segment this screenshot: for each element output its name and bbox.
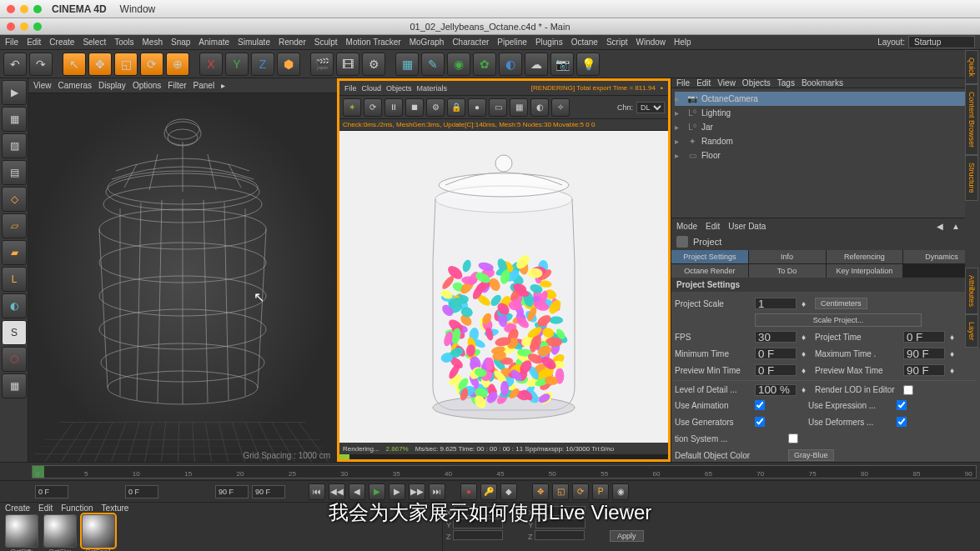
generator-btn[interactable]: ✿ [473,53,496,76]
check-use-expression----[interactable] [897,400,907,410]
start-frame-field[interactable] [35,485,68,498]
field-minimum-time[interactable] [755,348,797,359]
clay-btn[interactable]: ◐ [530,98,549,117]
model-mode-btn[interactable]: ▦ [2,107,27,132]
object-random[interactable]: ▸✦Random [675,134,977,148]
menu-motion-tracker[interactable]: Motion Tracker [346,38,401,47]
frame-btn[interactable]: ▭ [489,98,507,117]
obj-menu-file[interactable]: File [676,78,690,88]
scale-key-btn[interactable]: ◱ [552,483,569,500]
last-tool[interactable]: ⊕ [166,53,189,76]
render-start-btn[interactable]: ✶ [343,98,361,117]
materials-menu-create[interactable]: Create [5,503,30,513]
record-btn[interactable]: ● [460,483,477,500]
autokey-btn[interactable]: 🔑 [480,483,497,500]
menu-simulate[interactable]: Simulate [238,38,270,47]
mac-menu-window[interactable]: Window [120,3,156,15]
check-use-generators[interactable] [755,417,765,427]
pos-key-btn[interactable]: ✥ [532,483,549,500]
viewport-menu-filter[interactable]: Filter [168,81,186,90]
mac-window-controls[interactable] [7,5,42,13]
doc-min-btn[interactable] [20,23,28,31]
nurbs-btn[interactable]: ◉ [447,53,470,76]
obj-menu-bookmarks[interactable]: Bookmarks [802,78,843,88]
materials-menu-function[interactable]: Function [61,503,93,513]
goto-start-btn[interactable]: ⏮ [309,483,325,500]
field-preview-max-time[interactable] [903,364,945,376]
render-lod-checkbox[interactable] [903,385,913,395]
menu-pipeline[interactable]: Pipeline [497,38,527,47]
obj-menu-tags[interactable]: Tags [777,78,795,88]
menu-help[interactable]: Help [674,38,691,47]
viewport-menu-display[interactable]: Display [98,81,126,90]
check-use-deformers----[interactable] [897,417,907,427]
motion-system-checkbox[interactable] [788,433,798,443]
menu-select[interactable]: Select [83,38,106,47]
coord-btn[interactable]: ⬢ [277,53,300,76]
workplane-btn[interactable]: ▤ [2,160,27,185]
select-tool[interactable]: ↖ [63,53,86,76]
default-color-value[interactable]: Gray-Blue [788,449,834,461]
redo-btn[interactable]: ↷ [29,53,53,76]
move-tool[interactable]: ✥ [88,53,112,76]
size-z-field[interactable] [535,530,585,540]
param-key-btn[interactable]: P [592,483,609,500]
materials-menu-edit[interactable]: Edit [38,503,53,513]
y-axis-btn[interactable]: Y [225,53,249,76]
menu-edit[interactable]: Edit [27,38,41,47]
settings-btn[interactable]: ⚙ [426,98,445,117]
poly-mode-btn[interactable]: ▰ [2,240,27,265]
lock-btn[interactable]: 🔒 [447,98,465,117]
menu-character[interactable]: Character [452,38,489,47]
point-mode-btn[interactable]: ◇ [2,187,27,212]
layer-tab[interactable]: Layer [965,314,978,348]
project-scale-field[interactable] [755,298,797,309]
axis-btn[interactable]: L [2,267,27,292]
apply-btn[interactable]: Apply [610,530,644,542]
attr-menu-edit[interactable]: Edit [706,222,720,231]
menu-sculpt[interactable]: Sculpt [314,38,338,47]
light-btn[interactable]: 💡 [576,53,600,76]
attr-tab-to-do[interactable]: To Do [749,264,826,278]
field-preview-min-time[interactable] [755,364,797,376]
edge-mode-btn[interactable]: ▱ [2,213,27,238]
doc-close-btn[interactable] [7,23,15,31]
lod-field[interactable] [755,384,797,396]
goto-end-btn[interactable]: ⏭ [429,483,445,500]
material-octgloı[interactable] [43,514,77,548]
menu-render[interactable]: Render [279,38,306,47]
menu-script[interactable]: Script [606,38,628,47]
cube-primitive-btn[interactable]: ▦ [395,53,419,76]
menu-create[interactable]: Create [49,38,74,47]
minimize-window-btn[interactable] [20,5,28,13]
snap-btn[interactable]: S [2,320,27,345]
menu-window[interactable]: Window [636,38,666,47]
focus-btn[interactable]: ✧ [551,98,570,117]
play-fwd-btn[interactable]: ▶ [369,483,385,500]
object-lighting[interactable]: ▸L⁰Lighting [675,106,977,120]
menu-mograph[interactable]: MoGraph [410,38,445,47]
live-menu-cloud[interactable]: Cloud [362,84,382,93]
prev-key-btn[interactable]: ◀◀ [329,483,345,500]
channel-selector[interactable]: Chn: DL [617,102,665,113]
attributes-tab[interactable]: Attributes [965,268,978,314]
locked-workplane-btn[interactable]: ⬡ [2,347,27,372]
attr-tab-key-interpolation[interactable]: Key Interpolation [827,264,903,278]
make-editable-btn[interactable]: ▶ [2,80,27,105]
end-frame-field[interactable] [215,485,249,498]
obj-menu-edit[interactable]: Edit [696,78,711,88]
object-floor[interactable]: ▸▭Floor [675,148,977,163]
obj-menu-view[interactable]: View [717,78,736,88]
scale-project-btn[interactable]: Scale Project... [755,313,922,327]
viewport-menu-view[interactable]: View [33,81,52,90]
coach-tab[interactable]: Quick [965,50,978,84]
maximize-window-btn[interactable] [33,5,42,13]
menu-tools[interactable]: Tools [114,38,133,47]
attr-tab-referencing[interactable]: Referencing [827,250,903,263]
region-btn[interactable]: ▦ [510,98,528,117]
viewport-canvas[interactable]: ↖ Grid Spacing : 1000 cm [28,93,337,462]
undo-btn[interactable]: ↶ [3,53,27,76]
check-use-animation[interactable] [755,400,765,410]
menu-plugins[interactable]: Plugins [535,38,563,47]
menu-mesh[interactable]: Mesh [143,38,163,47]
